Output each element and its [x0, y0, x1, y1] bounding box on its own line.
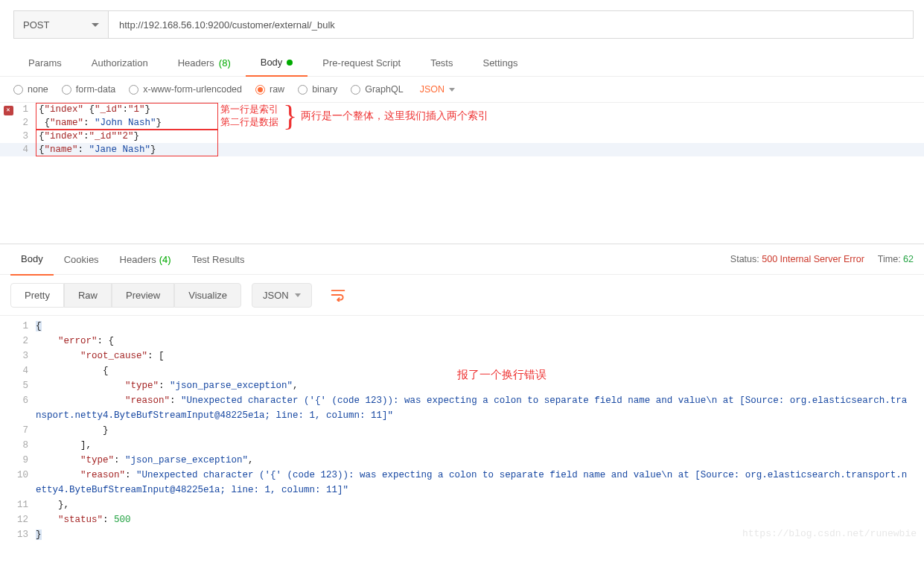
line-number: 6 — [0, 393, 36, 423]
code-content: "type": "json_parse_exception", — [36, 453, 924, 468]
code-content: } — [36, 527, 924, 542]
line-number: 2 — [0, 334, 36, 349]
line-number: 7 — [0, 423, 36, 438]
tab-body[interactable]: Body — [246, 49, 308, 77]
time-value: 62 — [903, 254, 914, 264]
response-line: 2 "error": { — [0, 334, 924, 349]
line-number: 2 — [15, 116, 33, 130]
code-line[interactable]: 2 {"name": "John Nash"} — [0, 116, 924, 130]
dot-icon — [287, 60, 293, 66]
code-line[interactable]: 3{"index":"_id""2"} — [0, 130, 924, 143]
response-line: 13} — [0, 527, 924, 542]
code-content: "error": { — [36, 334, 924, 349]
wrap-lines-icon[interactable] — [325, 282, 351, 308]
radio-graphql[interactable]: GraphQL — [351, 84, 403, 95]
line-number: 5 — [0, 378, 36, 393]
code-content: "reason": "Unexpected character ('{' (co… — [36, 468, 924, 498]
code-content: ], — [36, 438, 924, 453]
resp-tab-testresults[interactable]: Test Results — [182, 244, 255, 275]
line-number: 13 — [0, 527, 36, 542]
http-method-select[interactable]: POST — [13, 10, 109, 39]
request-body-editor[interactable]: 第一行是索引 第二行是数据 } 两行是一个整体，这里我们插入两个索引 ✕1{"i… — [0, 102, 924, 244]
line-number: 9 — [0, 453, 36, 468]
code-line[interactable]: ✕1{"index" {"_id":"1"} — [0, 103, 924, 116]
code-content[interactable]: {"index":"_id""2"} — [33, 130, 139, 143]
chevron-down-icon — [295, 293, 301, 297]
line-number: 4 — [15, 143, 33, 156]
line-number: 3 — [15, 130, 33, 143]
response-line: 7 } — [0, 423, 924, 438]
tab-headers[interactable]: Headers (8) — [163, 49, 246, 76]
response-meta: Status: 500 Internal Server Error Time: … — [730, 254, 914, 264]
code-line[interactable]: 4{"name": "Jane Nash"} — [0, 143, 924, 156]
request-tabs: Params Authorization Headers (8) Body Pr… — [0, 49, 924, 77]
response-line: 1{ — [0, 319, 924, 334]
resp-tab-headers[interactable]: Headers (4) — [109, 244, 182, 275]
tab-params[interactable]: Params — [13, 49, 77, 76]
response-line: 9 "type": "json_parse_exception", — [0, 453, 924, 468]
response-line: 10 "reason": "Unexpected character ('{' … — [0, 468, 924, 498]
line-number: 3 — [0, 349, 36, 363]
line-number: 10 — [0, 468, 36, 498]
code-content: "reason": "Unexpected character ('{' (co… — [36, 393, 924, 423]
view-pretty-button[interactable]: Pretty — [10, 283, 64, 308]
url-input[interactable]: http://192.168.56.10:9200/customer/exter… — [109, 10, 914, 39]
error-icon: ✕ — [4, 106, 13, 115]
view-visualize-button[interactable]: Visualize — [174, 283, 241, 308]
response-format-select[interactable]: JSON — [252, 283, 312, 308]
response-line: 6 "reason": "Unexpected character ('{' (… — [0, 393, 924, 423]
response-line: 12 "status": 500 — [0, 512, 924, 527]
response-toolbar: Pretty Raw Preview Visualize JSON — [0, 275, 924, 315]
line-number: 4 — [0, 363, 36, 378]
radio-raw[interactable]: raw — [255, 84, 284, 95]
resp-tab-body[interactable]: Body — [10, 244, 54, 276]
code-content: } — [36, 423, 924, 438]
body-content-type-row: none form-data x-www-form-urlencoded raw… — [0, 77, 924, 102]
radio-xwww[interactable]: x-www-form-urlencoded — [129, 84, 242, 95]
response-line: 8 ], — [0, 438, 924, 453]
code-content[interactable]: {"name": "John Nash"} — [33, 116, 162, 130]
tab-tests[interactable]: Tests — [415, 49, 468, 76]
url-value: http://192.168.56.10:9200/customer/exter… — [119, 19, 335, 31]
request-bar: POST http://192.168.56.10:9200/customer/… — [0, 0, 924, 49]
radio-formdata[interactable]: form-data — [62, 84, 116, 95]
line-number: 8 — [0, 438, 36, 453]
radio-none[interactable]: none — [13, 84, 48, 95]
status-value: 500 Internal Server Error — [762, 254, 864, 264]
tab-settings[interactable]: Settings — [468, 49, 532, 76]
tab-prerequest[interactable]: Pre-request Script — [308, 49, 415, 76]
line-number: 1 — [0, 319, 36, 334]
code-content: { — [36, 319, 924, 334]
chevron-down-icon — [449, 88, 455, 92]
http-method-value: POST — [23, 19, 49, 31]
response-tabs: Body Cookies Headers (4) Test Results St… — [0, 244, 924, 275]
line-number: 1 — [15, 103, 33, 116]
view-raw-button[interactable]: Raw — [64, 283, 112, 308]
response-body-viewer[interactable]: 报了一个换行错误 https://blog.csdn.net/runewbie … — [0, 315, 924, 542]
code-content[interactable]: {"name": "Jane Nash"} — [33, 143, 156, 156]
code-content: "root_cause": [ — [36, 349, 924, 363]
annotation-text: 报了一个换行错误 — [457, 368, 547, 382]
line-number: 12 — [0, 512, 36, 527]
resp-tab-cookies[interactable]: Cookies — [54, 244, 109, 275]
radio-binary[interactable]: binary — [298, 84, 337, 95]
response-line: 3 "root_cause": [ — [0, 349, 924, 363]
code-content[interactable]: {"index" {"_id":"1"} — [33, 103, 150, 116]
code-content: "status": 500 — [36, 512, 924, 527]
tab-authorization[interactable]: Authorization — [77, 49, 163, 76]
code-content: }, — [36, 498, 924, 512]
response-line: 11 }, — [0, 498, 924, 512]
line-number: 11 — [0, 498, 36, 512]
chevron-down-icon — [92, 23, 99, 27]
view-preview-button[interactable]: Preview — [112, 283, 174, 308]
body-format-select[interactable]: JSON — [420, 84, 455, 95]
